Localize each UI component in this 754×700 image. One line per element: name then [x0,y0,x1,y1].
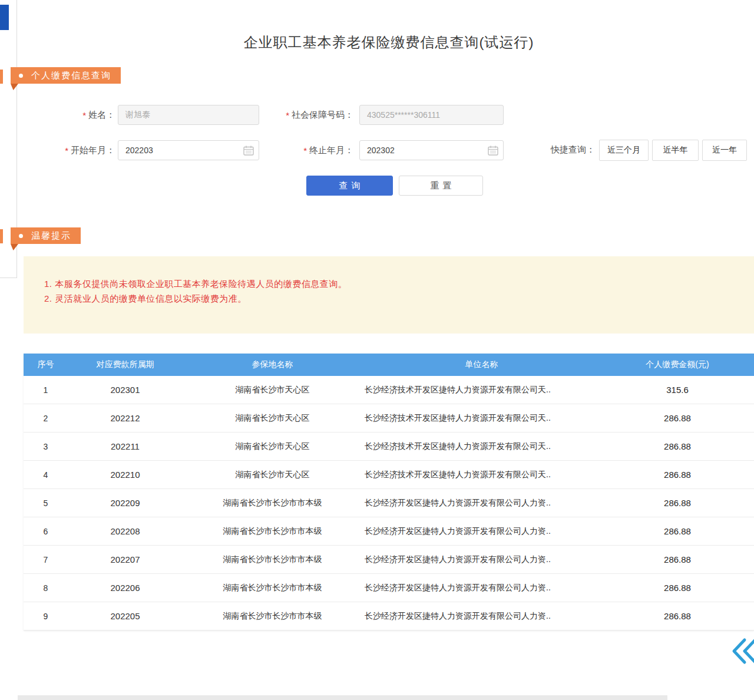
table-cell: 202301 [68,385,183,395]
table-cell: 湖南省长沙市长沙市市本级 [183,583,362,593]
table-cell: 202205 [68,611,183,621]
table-cell: 长沙经济技术开发区捷特人力资源开发有限公司天.. [362,385,601,395]
required-asterisk: * [65,146,68,156]
table-cell: 4 [24,470,68,480]
name-input[interactable] [118,105,259,125]
quick-option-last-3-months[interactable]: 近三个月 [599,140,649,161]
table-cell: 长沙经济技术开发区捷特人力资源开发有限公司天.. [362,441,601,452]
column-header: 单位名称 [362,359,601,370]
table-body: 1202301湖南省长沙市天心区长沙经济技术开发区捷特人力资源开发有限公司天..… [24,376,754,630]
table-row: 1202301湖南省长沙市天心区长沙经济技术开发区捷特人力资源开发有限公司天..… [24,376,754,404]
table-cell: 7 [24,555,68,564]
name-label: 姓名： [88,110,115,121]
table-cell: 286.88 [601,413,754,423]
section-badge-label: 个人缴费信息查询 [31,70,111,81]
table-cell: 湖南省长沙市长沙市市本级 [183,554,362,565]
table-cell: 286.88 [601,554,754,564]
table-cell: 湖南省长沙市天心区 [183,441,362,452]
table-cell: 2 [24,414,68,423]
table-cell: 长沙经济开发区捷特人力资源开发有限公司人力资.. [362,583,601,593]
ssn-label: 社会保障号码： [292,110,353,121]
bullet-dot-icon [19,74,23,78]
calendar-icon[interactable] [243,146,254,158]
ribbon-fold [11,244,18,250]
table-cell: 9 [24,612,68,621]
column-header: 个人缴费金额(元) [601,359,754,370]
column-header: 序号 [24,359,68,370]
table-cell: 5 [24,498,68,508]
table-row: 5202209湖南省长沙市长沙市市本级长沙经济开发区捷特人力资源开发有限公司人力… [24,489,754,517]
table-cell: 8 [24,583,68,593]
section-badge-label: 温馨提示 [31,230,71,242]
table-cell: 长沙经济技术开发区捷特人力资源开发有限公司天.. [362,470,601,480]
calendar-icon[interactable] [488,146,498,158]
left-blue-tab [0,5,9,30]
table-cell: 286.88 [601,441,754,451]
query-button[interactable]: 查询 [306,176,393,196]
table-row: 7202207湖南省长沙市长沙市市本级长沙经济开发区捷特人力资源开发有限公司人力… [24,546,754,574]
column-header: 参保地名称 [183,359,362,370]
ribbon-edge-decoration [0,229,3,243]
table-row: 4202210湖南省长沙市天心区长沙经济技术开发区捷特人力资源开发有限公司天..… [24,461,754,489]
table-cell: 3 [24,442,68,451]
table-cell: 315.6 [601,385,754,395]
table-cell: 长沙经济开发区捷特人力资源开发有限公司人力资.. [362,498,601,509]
page-title: 企业职工基本养老保险缴费信息查询(试运行) [24,33,754,52]
table-cell: 湖南省长沙市长沙市市本级 [183,611,362,622]
table-cell: 长沙经济开发区捷特人力资源开发有限公司人力资.. [362,554,601,565]
table-cell: 湖南省长沙市长沙市市本级 [183,526,362,537]
ribbon-edge-decoration [0,70,3,84]
table-cell: 202208 [68,526,183,536]
quick-option-last-6-months[interactable]: 近半年 [652,140,699,161]
section-badge-personal-query: 个人缴费信息查询 [11,67,121,84]
table-cell: 1 [24,385,68,395]
required-asterisk: * [286,110,289,120]
table-cell: 湖南省长沙市天心区 [183,413,362,424]
table-cell: 长沙经济开发区捷特人力资源开发有限公司人力资.. [362,611,601,622]
page: 企业职工基本养老保险缴费信息查询(试运行) 个人缴费信息查询 * 姓名： * 社… [0,0,754,700]
bullet-dot-icon [19,234,23,238]
table-cell: 6 [24,527,68,536]
quick-option-last-year[interactable]: 近一年 [702,140,747,161]
table-row: 6202208湖南省长沙市长沙市市本级长沙经济开发区捷特人力资源开发有限公司人力… [24,517,754,546]
column-header: 对应费款所属期 [68,359,183,370]
quick-query-label: 快捷查询： [551,144,595,156]
table-row: 8202206湖南省长沙市长沙市市本级长沙经济开发区捷特人力资源开发有限公司人力… [24,574,754,602]
required-asterisk: * [303,146,307,156]
notice-line: 1. 本服务仅提供尚未领取企业职工基本养老保险待遇人员的缴费信息查询。 [44,279,347,290]
table-cell: 286.88 [601,498,754,508]
table-cell: 202206 [68,583,183,593]
table-header: 序号 对应费款所属期 参保地名称 单位名称 个人缴费金额(元) [24,354,754,376]
table-cell: 286.88 [601,611,754,621]
table-cell: 湖南省长沙市长沙市市本级 [183,498,362,509]
table-cell: 202210 [68,470,183,480]
start-date-label: 开始年月： [71,145,115,156]
required-asterisk: * [82,110,86,120]
table-cell: 202212 [68,413,183,423]
payments-table: 序号 对应费款所属期 参保地名称 单位名称 个人缴费金额(元) 1202301湖… [24,354,754,630]
table-cell: 长沙经济开发区捷特人力资源开发有限公司人力资.. [362,526,601,537]
reset-button[interactable]: 重置 [399,176,483,196]
double-left-chevron-icon[interactable] [730,638,754,667]
table-row: 2202212湖南省长沙市天心区长沙经济技术开发区捷特人力资源开发有限公司天..… [24,404,754,432]
table-cell: 湖南省长沙市天心区 [183,470,362,480]
ribbon-fold [11,84,18,90]
notice-line: 2. 灵活就业人员的缴费单位信息以实际缴费为准。 [44,293,247,305]
start-date-input[interactable] [118,140,259,160]
section-badge-tips: 温馨提示 [11,227,81,244]
notice-box: 1. 本服务仅提供尚未领取企业职工基本养老保险待遇人员的缴费信息查询。 2. 灵… [24,256,754,334]
table-cell: 286.88 [601,583,754,593]
table-cell: 长沙经济技术开发区捷特人力资源开发有限公司天.. [362,413,601,424]
table-cell: 202207 [68,554,183,564]
table-row: 9202205湖南省长沙市长沙市市本级长沙经济开发区捷特人力资源开发有限公司人力… [24,602,754,630]
bottom-gray-bar [18,695,667,700]
ssn-input[interactable] [359,105,504,125]
end-date-label: 终止年月： [309,145,353,156]
table-cell: 湖南省长沙市天心区 [183,385,362,395]
table-cell: 286.88 [601,470,754,480]
table-row: 3202211湖南省长沙市天心区长沙经济技术开发区捷特人力资源开发有限公司天..… [24,432,754,461]
table-cell: 286.88 [601,526,754,536]
end-date-input[interactable] [359,140,504,160]
table-cell: 202209 [68,498,183,508]
table-cell: 202211 [68,441,183,451]
